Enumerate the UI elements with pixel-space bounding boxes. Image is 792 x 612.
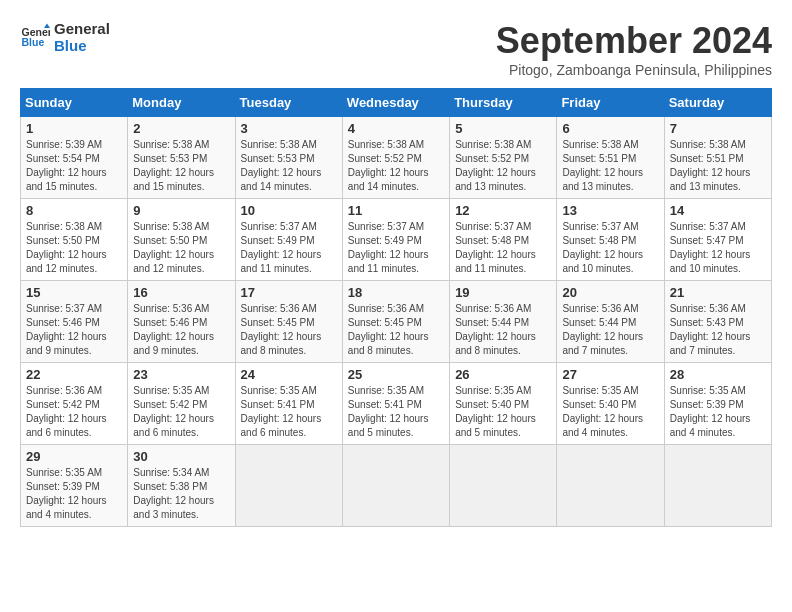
- calendar-cell: 6Sunrise: 5:38 AMSunset: 5:51 PMDaylight…: [557, 117, 664, 199]
- day-number: 26: [455, 367, 551, 382]
- calendar-cell: 4Sunrise: 5:38 AMSunset: 5:52 PMDaylight…: [342, 117, 449, 199]
- day-number: 7: [670, 121, 766, 136]
- calendar-cell: 13Sunrise: 5:37 AMSunset: 5:48 PMDayligh…: [557, 199, 664, 281]
- day-number: 25: [348, 367, 444, 382]
- logo-text-line1: General: [54, 20, 110, 37]
- svg-text:Blue: Blue: [22, 36, 45, 48]
- calendar-cell: 16Sunrise: 5:36 AMSunset: 5:46 PMDayligh…: [128, 281, 235, 363]
- day-info: Sunrise: 5:36 AMSunset: 5:45 PMDaylight:…: [348, 302, 444, 358]
- calendar-cell: [557, 445, 664, 527]
- day-number: 30: [133, 449, 229, 464]
- day-number: 13: [562, 203, 658, 218]
- title-block: September 2024 Pitogo, Zamboanga Peninsu…: [496, 20, 772, 78]
- day-info: Sunrise: 5:35 AMSunset: 5:39 PMDaylight:…: [670, 384, 766, 440]
- day-number: 20: [562, 285, 658, 300]
- header-saturday: Saturday: [664, 89, 771, 117]
- month-title: September 2024: [496, 20, 772, 62]
- calendar-cell: 18Sunrise: 5:36 AMSunset: 5:45 PMDayligh…: [342, 281, 449, 363]
- day-number: 28: [670, 367, 766, 382]
- day-info: Sunrise: 5:38 AMSunset: 5:50 PMDaylight:…: [26, 220, 122, 276]
- calendar-cell: [664, 445, 771, 527]
- day-number: 8: [26, 203, 122, 218]
- day-number: 27: [562, 367, 658, 382]
- calendar-cell: 8Sunrise: 5:38 AMSunset: 5:50 PMDaylight…: [21, 199, 128, 281]
- calendar-cell: 15Sunrise: 5:37 AMSunset: 5:46 PMDayligh…: [21, 281, 128, 363]
- calendar-cell: 7Sunrise: 5:38 AMSunset: 5:51 PMDaylight…: [664, 117, 771, 199]
- calendar-cell: 21Sunrise: 5:36 AMSunset: 5:43 PMDayligh…: [664, 281, 771, 363]
- calendar-cell: 14Sunrise: 5:37 AMSunset: 5:47 PMDayligh…: [664, 199, 771, 281]
- calendar-cell: 22Sunrise: 5:36 AMSunset: 5:42 PMDayligh…: [21, 363, 128, 445]
- day-info: Sunrise: 5:37 AMSunset: 5:47 PMDaylight:…: [670, 220, 766, 276]
- day-info: Sunrise: 5:35 AMSunset: 5:42 PMDaylight:…: [133, 384, 229, 440]
- subtitle: Pitogo, Zamboanga Peninsula, Philippines: [496, 62, 772, 78]
- logo: General Blue General Blue: [20, 20, 110, 54]
- calendar-row: 22Sunrise: 5:36 AMSunset: 5:42 PMDayligh…: [21, 363, 772, 445]
- day-number: 21: [670, 285, 766, 300]
- day-info: Sunrise: 5:35 AMSunset: 5:41 PMDaylight:…: [348, 384, 444, 440]
- calendar-cell: 3Sunrise: 5:38 AMSunset: 5:53 PMDaylight…: [235, 117, 342, 199]
- calendar-cell: [235, 445, 342, 527]
- calendar-cell: 9Sunrise: 5:38 AMSunset: 5:50 PMDaylight…: [128, 199, 235, 281]
- day-number: 2: [133, 121, 229, 136]
- header-wednesday: Wednesday: [342, 89, 449, 117]
- calendar-cell: 20Sunrise: 5:36 AMSunset: 5:44 PMDayligh…: [557, 281, 664, 363]
- calendar-cell: 10Sunrise: 5:37 AMSunset: 5:49 PMDayligh…: [235, 199, 342, 281]
- calendar-cell: 1Sunrise: 5:39 AMSunset: 5:54 PMDaylight…: [21, 117, 128, 199]
- day-number: 4: [348, 121, 444, 136]
- day-info: Sunrise: 5:38 AMSunset: 5:51 PMDaylight:…: [562, 138, 658, 194]
- header-monday: Monday: [128, 89, 235, 117]
- day-info: Sunrise: 5:36 AMSunset: 5:46 PMDaylight:…: [133, 302, 229, 358]
- day-info: Sunrise: 5:36 AMSunset: 5:42 PMDaylight:…: [26, 384, 122, 440]
- day-info: Sunrise: 5:36 AMSunset: 5:44 PMDaylight:…: [562, 302, 658, 358]
- calendar-cell: 29Sunrise: 5:35 AMSunset: 5:39 PMDayligh…: [21, 445, 128, 527]
- calendar-cell: 25Sunrise: 5:35 AMSunset: 5:41 PMDayligh…: [342, 363, 449, 445]
- day-number: 29: [26, 449, 122, 464]
- day-number: 11: [348, 203, 444, 218]
- day-info: Sunrise: 5:38 AMSunset: 5:50 PMDaylight:…: [133, 220, 229, 276]
- day-info: Sunrise: 5:36 AMSunset: 5:44 PMDaylight:…: [455, 302, 551, 358]
- day-info: Sunrise: 5:38 AMSunset: 5:53 PMDaylight:…: [133, 138, 229, 194]
- day-number: 18: [348, 285, 444, 300]
- day-info: Sunrise: 5:37 AMSunset: 5:48 PMDaylight:…: [562, 220, 658, 276]
- day-number: 16: [133, 285, 229, 300]
- day-info: Sunrise: 5:36 AMSunset: 5:43 PMDaylight:…: [670, 302, 766, 358]
- day-number: 10: [241, 203, 337, 218]
- day-info: Sunrise: 5:35 AMSunset: 5:40 PMDaylight:…: [455, 384, 551, 440]
- day-number: 23: [133, 367, 229, 382]
- day-info: Sunrise: 5:37 AMSunset: 5:49 PMDaylight:…: [241, 220, 337, 276]
- logo-icon: General Blue: [20, 22, 50, 52]
- calendar-cell: 24Sunrise: 5:35 AMSunset: 5:41 PMDayligh…: [235, 363, 342, 445]
- day-number: 1: [26, 121, 122, 136]
- calendar-row: 8Sunrise: 5:38 AMSunset: 5:50 PMDaylight…: [21, 199, 772, 281]
- header-sunday: Sunday: [21, 89, 128, 117]
- day-info: Sunrise: 5:38 AMSunset: 5:52 PMDaylight:…: [348, 138, 444, 194]
- header-friday: Friday: [557, 89, 664, 117]
- day-number: 12: [455, 203, 551, 218]
- calendar-cell: [450, 445, 557, 527]
- day-info: Sunrise: 5:37 AMSunset: 5:48 PMDaylight:…: [455, 220, 551, 276]
- calendar-cell: 19Sunrise: 5:36 AMSunset: 5:44 PMDayligh…: [450, 281, 557, 363]
- calendar-cell: 27Sunrise: 5:35 AMSunset: 5:40 PMDayligh…: [557, 363, 664, 445]
- day-info: Sunrise: 5:35 AMSunset: 5:41 PMDaylight:…: [241, 384, 337, 440]
- day-info: Sunrise: 5:37 AMSunset: 5:49 PMDaylight:…: [348, 220, 444, 276]
- calendar-cell: 23Sunrise: 5:35 AMSunset: 5:42 PMDayligh…: [128, 363, 235, 445]
- day-info: Sunrise: 5:39 AMSunset: 5:54 PMDaylight:…: [26, 138, 122, 194]
- day-info: Sunrise: 5:35 AMSunset: 5:40 PMDaylight:…: [562, 384, 658, 440]
- header-tuesday: Tuesday: [235, 89, 342, 117]
- calendar-cell: 26Sunrise: 5:35 AMSunset: 5:40 PMDayligh…: [450, 363, 557, 445]
- day-number: 9: [133, 203, 229, 218]
- calendar-cell: 12Sunrise: 5:37 AMSunset: 5:48 PMDayligh…: [450, 199, 557, 281]
- calendar-row: 15Sunrise: 5:37 AMSunset: 5:46 PMDayligh…: [21, 281, 772, 363]
- day-number: 17: [241, 285, 337, 300]
- calendar-table: Sunday Monday Tuesday Wednesday Thursday…: [20, 88, 772, 527]
- page-header: General Blue General Blue September 2024…: [20, 20, 772, 78]
- logo-text-line2: Blue: [54, 37, 110, 54]
- calendar-cell: 11Sunrise: 5:37 AMSunset: 5:49 PMDayligh…: [342, 199, 449, 281]
- day-info: Sunrise: 5:36 AMSunset: 5:45 PMDaylight:…: [241, 302, 337, 358]
- day-info: Sunrise: 5:38 AMSunset: 5:51 PMDaylight:…: [670, 138, 766, 194]
- day-number: 3: [241, 121, 337, 136]
- day-number: 5: [455, 121, 551, 136]
- day-info: Sunrise: 5:37 AMSunset: 5:46 PMDaylight:…: [26, 302, 122, 358]
- day-number: 24: [241, 367, 337, 382]
- day-number: 19: [455, 285, 551, 300]
